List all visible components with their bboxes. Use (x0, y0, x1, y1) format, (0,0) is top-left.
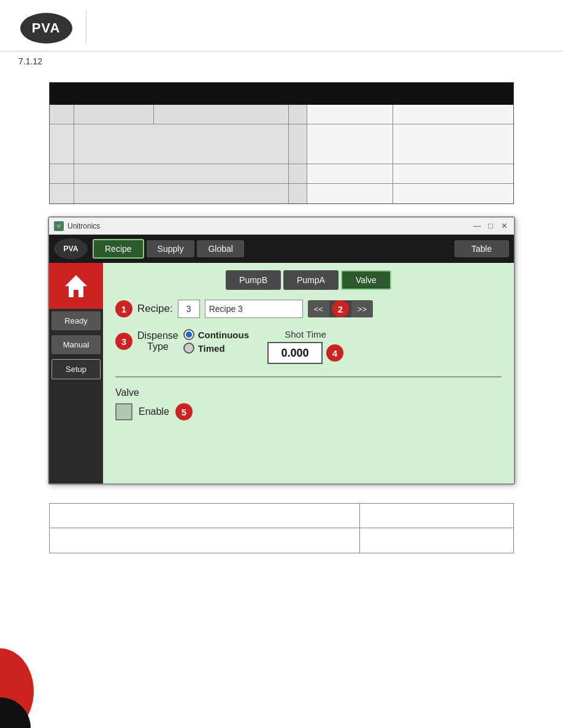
table-cell (50, 164, 74, 183)
window-title-left: U Unitronics (54, 221, 100, 231)
table-cell (50, 105, 74, 124)
table-cell (154, 105, 289, 124)
recipe-name-box[interactable]: Recipe 3 (205, 300, 303, 318)
dispense-type-label: Dispense Type (137, 330, 178, 352)
sidebar-manual-button[interactable]: Manual (52, 335, 101, 354)
sub-tab-pumpa[interactable]: PumpA (283, 270, 339, 290)
home-icon (63, 273, 90, 300)
table-cell (393, 105, 513, 124)
window-controls[interactable]: — □ ✕ (472, 221, 509, 231)
table-cell (393, 164, 513, 183)
bottom-accent (0, 605, 43, 728)
table-cell (289, 124, 307, 164)
radio-continuous[interactable] (183, 329, 194, 340)
recipe-next-button[interactable]: >> (351, 301, 373, 317)
page-header: PVA (0, 0, 563, 51)
shot-time-block: Shot Time 0.000 4 (267, 329, 343, 364)
table-row (50, 164, 513, 184)
sidebar-ready-button[interactable]: Ready (52, 311, 101, 330)
shot-time-value[interactable]: 0.000 (267, 342, 323, 364)
table-row (50, 184, 513, 203)
table-row (50, 124, 513, 164)
table-cell (50, 124, 74, 164)
valve-enable-checkbox[interactable] (115, 403, 132, 420)
dispense-continuous[interactable]: Continuous (183, 329, 249, 340)
bottom-cell (50, 528, 360, 553)
dispense-options: Continuous Timed (183, 329, 249, 354)
sub-tabs: PumpB PumpA Valve (115, 270, 502, 290)
shot-time-label: Shot Time (267, 329, 343, 339)
sub-tab-valve[interactable]: Valve (341, 270, 391, 290)
sub-tab-pumpb[interactable]: PumpB (226, 270, 281, 290)
recipe-label: Recipe: (137, 303, 173, 315)
content-table (49, 82, 514, 204)
table-cell (393, 124, 513, 164)
sidebar: Ready Manual Setup (49, 263, 103, 483)
unitronics-icon: U (54, 221, 64, 231)
dispense-row: 3 Dispense Type Continuous Timed (115, 329, 502, 364)
table-cell (74, 184, 289, 203)
pva-logo: PVA (20, 13, 72, 44)
svg-point-2 (0, 697, 31, 728)
ct-header (50, 83, 513, 105)
step-badge-4: 4 (326, 344, 343, 362)
table-cell (74, 124, 289, 164)
main-nav: PVA Recipe Supply Global Table (49, 235, 514, 263)
table-cell (50, 184, 74, 203)
tab-supply[interactable]: Supply (147, 240, 195, 257)
pva-logo-small: PVA (54, 238, 88, 259)
section-divider (115, 376, 502, 377)
version-text: 7.1.12 (0, 51, 563, 76)
unitronics-window: U Unitronics — □ ✕ PVA Recipe Supply Glo… (48, 216, 515, 485)
table-cell (74, 164, 289, 183)
minimize-button[interactable]: — (472, 221, 482, 231)
step-badge-3: 3 (115, 333, 132, 350)
table-cell (307, 164, 393, 183)
window-title-text: Unitronics (67, 222, 100, 230)
step-badge-1: 1 (115, 300, 132, 317)
window-titlebar: U Unitronics — □ ✕ (49, 218, 514, 235)
close-button[interactable]: ✕ (499, 221, 509, 231)
radio-timed[interactable] (183, 343, 194, 354)
table-cell (289, 184, 307, 203)
bottom-table (49, 503, 514, 553)
dispense-left: 3 Dispense Type Continuous Timed (115, 329, 249, 354)
header-divider (86, 11, 86, 45)
table-cell (307, 184, 393, 203)
sidebar-setup-button[interactable]: Setup (52, 359, 101, 379)
window-body: Ready Manual Setup PumpB PumpA Valve 1 R… (49, 263, 514, 483)
svg-point-1 (0, 648, 34, 728)
recipe-prev-button[interactable]: << (308, 301, 329, 317)
table-cell (393, 184, 513, 203)
svg-marker-0 (65, 275, 87, 297)
table-row (50, 528, 513, 553)
bottom-cell (360, 528, 513, 553)
logo-container: PVA (18, 11, 74, 45)
table-cell (289, 105, 307, 124)
valve-section: Valve Enable 5 (115, 387, 502, 420)
bottom-cell (360, 504, 513, 528)
recipe-nav-arrows: << 2 >> (308, 300, 373, 317)
recipe-row: 1 Recipe: 3 Recipe 3 << 2 >> (115, 300, 502, 318)
tab-recipe[interactable]: Recipe (93, 239, 144, 259)
valve-enable-label: Enable (139, 406, 169, 417)
tab-table[interactable]: Table (454, 240, 509, 257)
recipe-number-box[interactable]: 3 (178, 300, 200, 318)
table-cell (307, 124, 393, 164)
valve-title: Valve (115, 387, 502, 398)
home-button[interactable] (49, 263, 103, 309)
valve-enable-row: Enable 5 (115, 403, 502, 420)
table-row (50, 105, 513, 124)
main-content: PumpB PumpA Valve 1 Recipe: 3 Recipe 3 <… (103, 263, 514, 483)
tab-global[interactable]: Global (197, 240, 243, 257)
table-cell (307, 105, 393, 124)
step-badge-5: 5 (175, 403, 193, 420)
step-badge-2: 2 (332, 300, 349, 317)
dispense-timed[interactable]: Timed (183, 343, 249, 354)
maximize-button[interactable]: □ (486, 221, 496, 231)
table-cell (74, 105, 154, 124)
bottom-cell (50, 504, 360, 528)
table-row (50, 504, 513, 528)
table-cell (289, 164, 307, 183)
